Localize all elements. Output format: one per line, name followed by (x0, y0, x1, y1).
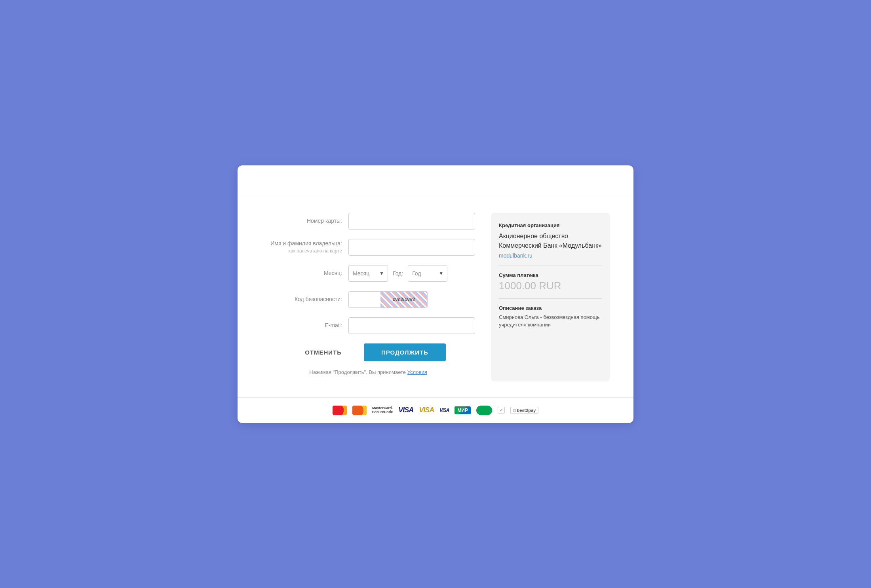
cardholder-input[interactable] (348, 239, 475, 256)
visa-blue-icon: VISA (398, 406, 413, 414)
year-select[interactable]: Год 202420252026 202720282029 2030 (408, 265, 447, 282)
form-section: Номер карты: Имя и фамилия владельца: ка… (261, 213, 475, 381)
year-label: Год: (393, 270, 403, 277)
amount-title: Сумма платежа (499, 272, 602, 278)
security-label: Код безопасности: (261, 296, 348, 303)
cvc-wrapper: cvc2/cvv2 (348, 291, 428, 308)
month-year-row: Месяц: Месяц 010203 040506 070809 101112… (261, 265, 475, 282)
payment-card: Номер карты: Имя и фамилия владельца: ка… (238, 165, 633, 423)
card-footer: MasterCard. SecureCode VISA VISA VISA МИ… (238, 397, 633, 423)
button-row: ОТМЕНИТЬ ПРОДОЛЖИТЬ (261, 343, 475, 361)
org-link[interactable]: modulbank.ru (499, 252, 532, 259)
verified-icon: ✓ (498, 407, 505, 413)
info-section: Кредитная организация Акционерное общест… (491, 213, 610, 381)
cvc-input[interactable] (349, 292, 380, 307)
divider-1 (499, 266, 602, 266)
security-row: Код безопасности: cvc2/cvv2 (261, 291, 475, 308)
month-select-wrap: Месяц 010203 040506 070809 101112 ▼ (348, 265, 388, 282)
visa-small-icon: VISA (439, 408, 449, 413)
continue-button[interactable]: ПРОДОЛЖИТЬ (364, 343, 446, 361)
month-select[interactable]: Месяц 010203 040506 070809 101112 (348, 265, 388, 282)
email-input[interactable] (348, 317, 475, 334)
card-number-input[interactable] (348, 213, 475, 230)
org-title: Кредитная организация (499, 222, 602, 228)
cancel-button[interactable]: ОТМЕНИТЬ (291, 343, 356, 361)
org-name: Акционерное общество Коммерческий Банк «… (499, 231, 602, 250)
card-number-label: Номер карты: (261, 217, 348, 225)
month-label: Месяц: (261, 269, 348, 277)
card-body: Номер карты: Имя и фамилия владельца: ка… (238, 197, 633, 397)
mastercard-red-icon (333, 406, 347, 415)
best2pay-icon: □ best2pay (510, 407, 538, 414)
order-title: Описание заказа (499, 305, 602, 311)
cardholder-label: Имя и фамилия владельца: как напечатано … (261, 240, 348, 254)
mastercard-securecode-icon: MasterCard. SecureCode (372, 406, 393, 414)
year-select-wrap: Год 202420252026 202720282029 2030 ▼ (408, 265, 447, 282)
terms-link[interactable]: Условия (407, 369, 427, 375)
divider-2 (499, 298, 602, 299)
email-label: E-mail: (261, 322, 348, 330)
card-header (238, 165, 633, 197)
email-row: E-mail: (261, 317, 475, 334)
amount-value: 1000.00 RUR (499, 280, 602, 292)
visa-gold-icon: VISA (419, 406, 434, 414)
green-wave-icon (476, 406, 492, 415)
terms-text: Нажимая "Продолжить", Вы принимаете Усло… (261, 369, 475, 375)
order-desc: Смирнова Ольга - безвозмездная помощь уч… (499, 313, 602, 329)
cardholder-row: Имя и фамилия владельца: как напечатано … (261, 239, 475, 256)
mastercard-orange-icon (352, 406, 367, 415)
mir-logo-icon: МИР (455, 406, 471, 414)
card-number-row: Номер карты: (261, 213, 475, 230)
cvc-pattern: cvc2/cvv2 (380, 292, 427, 307)
